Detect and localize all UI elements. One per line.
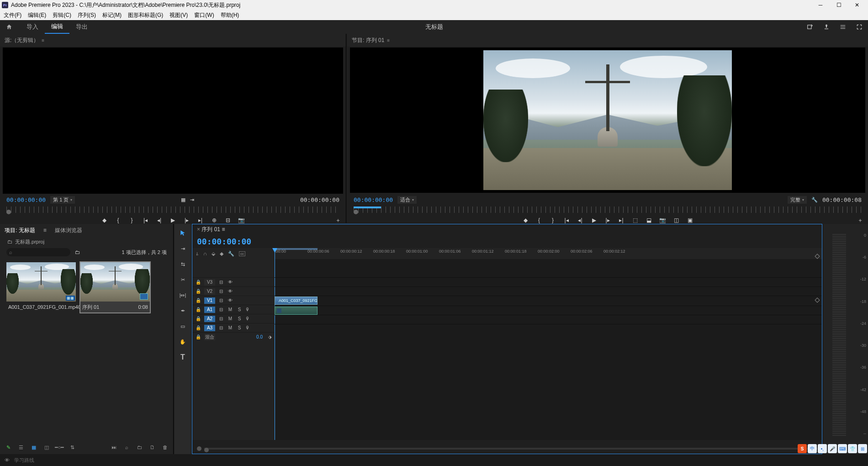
program-in-timecode[interactable]: 00:00:00:00 [354,196,393,203]
menu-clip[interactable]: 剪辑(C) [53,11,71,19]
mute-icon[interactable]: M [227,307,233,312]
source-zoom-knob[interactable] [6,210,11,214]
mute-icon[interactable]: M [227,316,233,321]
timeline-ruler[interactable]: :00:0000:00:00:0600:00:00:1200:00:00:180… [275,248,822,259]
find-icon[interactable]: ⌕ [123,444,130,451]
selection-tool-icon[interactable] [178,228,187,238]
fullscreen-icon[interactable] [855,23,863,31]
tab-import[interactable]: 导入 [20,20,45,34]
source-ruler[interactable] [6,207,339,213]
track-target[interactable]: A3 [204,325,215,331]
ime-punct-icon[interactable]: •, [818,444,827,453]
caption-icon[interactable]: cc [239,251,245,256]
menu-edit[interactable]: 编辑(E) [28,11,46,19]
bin-item[interactable]: ▦▦A001_C037_0921FG_001.mp40:08 [6,262,76,312]
mark-out-icon[interactable]: } [129,217,135,223]
track-select-tool-icon[interactable]: ⇥ [178,244,187,253]
panel-menu-icon[interactable]: ≡ [42,38,44,43]
step-fwd-icon[interactable]: |▸ [604,217,611,223]
export-frame-icon[interactable]: 📷 [659,217,666,223]
razor-tool-icon[interactable]: ✂ [178,275,187,284]
scroll-thumb[interactable] [204,448,209,452]
go-out-icon[interactable]: ▸| [197,217,204,223]
lock-icon[interactable]: 🔒 [195,325,201,330]
add-marker-icon[interactable]: ⬙ [212,251,215,257]
maximize-button[interactable]: ☐ [830,0,848,10]
menu-sequence[interactable]: 序列(S) [78,11,96,19]
share-icon[interactable] [822,23,831,31]
rectangle-tool-icon[interactable]: ▭ [178,322,187,331]
tab-export[interactable]: 导出 [69,20,94,34]
tl-marker-icon[interactable]: ◆ [220,251,223,257]
playhead[interactable] [275,248,275,440]
program-zoom-select[interactable]: 适合▾ [397,196,417,204]
video-track-header[interactable]: 🔒V3⊟👁 [192,277,275,286]
pen-write-icon[interactable]: ✎ [5,444,12,451]
safe-margin-icon[interactable]: ▣ [687,217,693,223]
zoom-out-knob[interactable] [197,446,201,451]
menu-view[interactable]: 视图(V) [169,11,188,19]
step-back-icon[interactable]: ◂| [577,217,583,223]
solo-icon[interactable]: S [236,307,243,312]
solo-icon[interactable]: S [236,316,243,321]
sync-lock-icon[interactable]: ⊟ [218,316,224,321]
insert-icon[interactable]: ▦ [181,197,185,203]
lock-icon[interactable]: 🔒 [195,298,201,303]
export-frame-icon[interactable]: 📷 [238,217,245,223]
track-target[interactable]: A1 [204,307,215,313]
mark-in-icon[interactable]: { [115,217,122,223]
ime-lang-icon[interactable]: 中 [808,444,817,453]
fx-badge-icon[interactable] [277,308,281,313]
timeline-zoom-scroll[interactable] [197,446,817,451]
sync-lock-icon[interactable]: ⊟ [218,307,224,312]
video-track-header[interactable]: 🔒V1⊟👁 [192,296,275,305]
play-icon[interactable]: ▶ [170,217,176,223]
menu-file[interactable]: 文件(F) [4,11,21,19]
trash-icon[interactable]: 🗑 [161,444,169,451]
voiceover-icon[interactable]: 🎙 [245,325,250,330]
eye-icon[interactable]: 👁 [227,298,233,303]
menu-help[interactable]: 帮助(H) [221,11,239,19]
play-icon[interactable]: ▶ [591,217,597,223]
sync-lock-icon[interactable]: ⊟ [218,280,224,285]
ime-skin-icon[interactable]: 👕 [848,444,857,453]
track-target[interactable]: V2 [204,288,215,295]
hand-tool-icon[interactable]: ✋ [178,337,187,346]
audio-track-header[interactable]: 🔒A1⊟MS🎙 [192,305,275,314]
mark-out-icon[interactable]: } [550,217,556,223]
audio-meter-bars[interactable] [832,233,846,436]
overwrite-clip-icon[interactable]: ⊟ [225,217,231,223]
ime-toolbox-icon[interactable]: ⊞ [858,444,867,453]
bin-icon[interactable]: 🗀 [7,239,12,244]
go-in-icon[interactable]: |◂ [563,217,570,223]
step-back-icon[interactable]: ◂| [156,217,163,223]
go-out-icon[interactable]: ▸| [618,217,625,223]
ime-keyboard-icon[interactable]: ⌨ [838,444,847,453]
audio-track-header[interactable]: 🔒A3⊟MS🎙 [192,323,275,332]
new-bin-icon[interactable]: 🗀 [136,444,143,451]
panel-menu-icon[interactable]: ≡ [387,38,390,43]
lock-icon[interactable]: 🔒 [195,289,201,294]
lock-icon[interactable]: 🔒 [195,316,201,321]
settings-icon[interactable]: 🔧 [811,197,818,203]
sort-icon[interactable]: ⇅ [69,444,76,451]
bin-item[interactable]: 序列 010:08 [80,262,150,312]
mark-in-icon[interactable]: { [536,217,542,223]
visibility-icon[interactable]: 👁 [5,457,10,463]
freeform-view-icon[interactable]: ◫ [43,444,50,451]
ime-mic-icon[interactable]: 🎤 [828,444,837,453]
ime-sogou-icon[interactable]: S [798,444,807,453]
minimize-button[interactable]: ─ [811,0,830,10]
lock-icon[interactable]: 🔒 [195,334,201,339]
button-editor-icon[interactable]: ＋ [335,217,341,223]
new-bin-icon[interactable]: 🗀 [75,249,80,255]
add-marker-icon[interactable]: ◆ [101,217,108,223]
tab-edit[interactable]: 编辑 [45,20,69,34]
type-tool-icon[interactable]: T [178,353,187,362]
mute-icon[interactable]: M [227,325,233,330]
video-clip[interactable]: A001_C037_0921FG [275,297,318,305]
source-page-select[interactable]: 第 1 页▾ [50,196,75,204]
add-marker-icon[interactable]: ◆ [522,217,529,223]
track-target[interactable]: V1 [204,297,215,304]
workspace-menu-icon[interactable] [839,23,847,31]
